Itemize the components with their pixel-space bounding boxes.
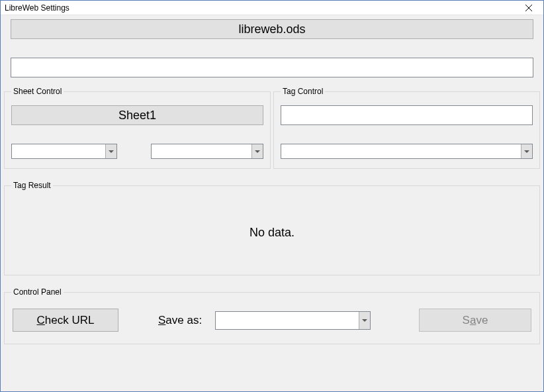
sheet-combo-1[interactable]	[11, 144, 117, 159]
tag-result-legend: Tag Result	[11, 181, 53, 190]
close-button[interactable]	[514, 1, 543, 15]
save-as-label: Save as:	[158, 314, 202, 327]
tag-result-group: Tag Result No data.	[4, 181, 540, 275]
chevron-down-icon	[524, 150, 529, 153]
sheet-name-button[interactable]: Sheet1	[11, 105, 263, 125]
sheet-combo-2-button[interactable]	[251, 144, 263, 158]
tag-combo-button[interactable]	[521, 144, 532, 158]
close-icon	[525, 5, 532, 11]
save-button-label: Save	[463, 314, 488, 327]
window-title: LibreWeb Settings	[5, 3, 69, 13]
save-button[interactable]: Save	[419, 309, 531, 332]
chevron-down-icon	[362, 319, 367, 322]
check-url-label: Check URL	[37, 314, 95, 327]
control-panel-legend: Control Panel	[11, 287, 64, 297]
title-bar: LibreWeb Settings	[1, 1, 543, 15]
tag-combo[interactable]	[281, 144, 533, 159]
chevron-down-icon	[109, 150, 114, 153]
check-url-button[interactable]: Check URL	[13, 309, 118, 332]
tag-result-text: No data.	[249, 226, 295, 240]
chevron-down-icon	[255, 150, 260, 153]
url-input[interactable]	[11, 58, 533, 77]
tag-input[interactable]	[281, 105, 533, 125]
sheet-control-group: Sheet Control Sheet1	[4, 87, 271, 169]
sheet-control-legend: Sheet Control	[11, 87, 64, 96]
file-name-label: libreweb.ods	[238, 23, 305, 36]
tag-result-body: No data.	[11, 199, 533, 266]
save-as-combo-button[interactable]	[359, 312, 370, 329]
tag-control-legend: Tag Control	[281, 87, 325, 96]
sheet-combo-2[interactable]	[151, 144, 263, 159]
tag-control-group: Tag Control	[273, 87, 540, 169]
control-panel-group: Control Panel Check URL Save as: Save	[4, 287, 540, 344]
sheet-name-label: Sheet1	[118, 109, 156, 122]
top-block: libreweb.ods	[4, 15, 540, 84]
file-name-button[interactable]: libreweb.ods	[11, 19, 533, 39]
save-as-combo[interactable]	[215, 311, 371, 330]
sheet-combo-1-button[interactable]	[105, 144, 116, 158]
